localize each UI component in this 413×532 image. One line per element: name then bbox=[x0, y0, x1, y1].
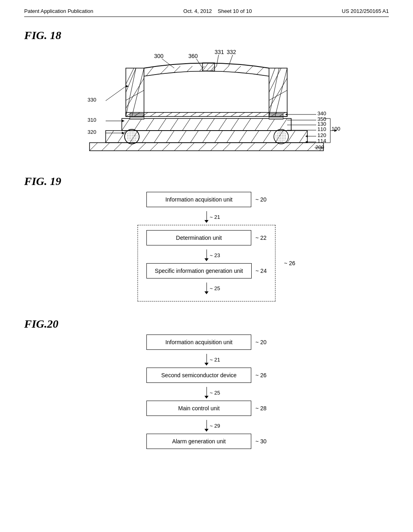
svg-line-1 bbox=[162, 59, 174, 68]
fig20-ref-30: ~ 30 bbox=[255, 438, 267, 445]
fig20-block-30: Alarm generation unit bbox=[146, 434, 251, 449]
fig19-arrow-21: ~ 21 bbox=[146, 209, 267, 225]
svg-line-43 bbox=[215, 131, 223, 143]
fig19-ref-24: ~ 24 bbox=[256, 268, 267, 274]
svg-line-41 bbox=[190, 131, 198, 143]
fig19-arrowlabel-23: ~ 23 bbox=[210, 252, 220, 258]
fig20-diagram: Information acquisition unit ~ 20 ~ 21 S… bbox=[24, 335, 389, 451]
svg-line-7 bbox=[229, 55, 233, 66]
fig20-block-28: Main control unit bbox=[146, 401, 251, 416]
fig20-block-26: Second semiconductor device bbox=[146, 368, 251, 383]
svg-line-18 bbox=[186, 143, 194, 151]
svg-rect-89 bbox=[126, 68, 144, 116]
svg-line-14 bbox=[138, 143, 146, 151]
svg-line-103 bbox=[269, 68, 281, 92]
svg-line-22 bbox=[235, 143, 243, 151]
svg-line-100 bbox=[275, 68, 287, 116]
svg-rect-97 bbox=[269, 68, 287, 116]
svg-line-65 bbox=[146, 118, 154, 131]
fig20-arrowlabel-25: ~ 25 bbox=[210, 390, 220, 396]
svg-line-133 bbox=[215, 112, 221, 116]
fig19-dashed-ref: ~ 26 bbox=[284, 260, 295, 266]
svg-rect-98 bbox=[269, 68, 287, 116]
svg-line-40 bbox=[178, 131, 186, 143]
header-center: Oct. 4, 2012 Sheet 10 of 10 bbox=[184, 8, 252, 14]
fig20-row-28: Main control unit ~ 28 bbox=[146, 401, 267, 416]
fig20-arrow-21: ~ 21 bbox=[146, 351, 267, 368]
fig19-title: FIG. 19 bbox=[24, 175, 389, 188]
svg-line-112 bbox=[231, 66, 241, 76]
page: Patent Application Publication Oct. 4, 2… bbox=[0, 0, 413, 532]
svg-text:114: 114 bbox=[317, 138, 326, 144]
svg-line-127 bbox=[166, 112, 172, 116]
fig19-arrowlabel-25: ~ 25 bbox=[210, 285, 220, 291]
svg-line-74 bbox=[255, 118, 263, 131]
svg-line-126 bbox=[158, 112, 164, 116]
svg-rect-120 bbox=[126, 112, 287, 116]
svg-line-95 bbox=[126, 68, 136, 92]
page-header: Patent Application Publication Oct. 4, 2… bbox=[24, 8, 389, 17]
svg-line-47 bbox=[263, 131, 271, 143]
svg-line-67 bbox=[170, 118, 178, 131]
svg-marker-144 bbox=[285, 113, 288, 116]
fig19-dashed-group: Determination unit ~ 22 ~ 23 Specific in… bbox=[138, 225, 275, 301]
svg-line-64 bbox=[134, 118, 142, 131]
fig18-svg: 300 360 331 332 bbox=[65, 46, 348, 159]
svg-line-107 bbox=[170, 66, 180, 76]
svg-point-55 bbox=[275, 131, 287, 142]
fig19-arrow-23: ~ 23 bbox=[146, 247, 267, 263]
fig20-arrowlabel-21: ~ 21 bbox=[210, 357, 220, 363]
fig20-row-30: Alarm generation unit ~ 30 bbox=[146, 434, 267, 449]
svg-line-16 bbox=[162, 143, 170, 151]
fig19-block-20: Information acquisition unit bbox=[146, 192, 251, 207]
svg-line-130 bbox=[190, 112, 196, 116]
fig18-title: FIG. 18 bbox=[24, 29, 389, 42]
fig20-row-20: Information acquisition unit ~ 20 bbox=[146, 335, 267, 350]
svg-line-17 bbox=[174, 143, 182, 151]
svg-text:330: 330 bbox=[88, 97, 96, 103]
svg-text:120: 120 bbox=[317, 132, 326, 138]
svg-line-23 bbox=[247, 143, 255, 151]
svg-line-37 bbox=[142, 131, 150, 143]
svg-line-28 bbox=[307, 143, 315, 151]
svg-line-113 bbox=[243, 66, 253, 76]
svg-point-52 bbox=[126, 131, 138, 142]
svg-line-45 bbox=[239, 131, 247, 143]
svg-line-71 bbox=[219, 118, 227, 131]
fig18-section: FIG. 18 300 360 331 332 bbox=[24, 29, 389, 159]
svg-text:340: 340 bbox=[317, 110, 326, 116]
fig20-ref-28: ~ 28 bbox=[255, 405, 267, 411]
svg-line-134 bbox=[223, 112, 229, 116]
fig19-row-22: Determination unit ~ 22 bbox=[146, 230, 267, 245]
fig20-arrowlabel-29: ~ 29 bbox=[210, 423, 220, 429]
svg-line-75 bbox=[267, 118, 275, 131]
svg-line-76 bbox=[279, 118, 287, 131]
svg-line-131 bbox=[198, 112, 204, 116]
svg-line-125 bbox=[150, 112, 156, 116]
svg-line-19 bbox=[198, 143, 206, 151]
svg-rect-121 bbox=[126, 112, 287, 116]
svg-text:360: 360 bbox=[188, 53, 198, 59]
svg-line-87 bbox=[106, 86, 126, 101]
fig20-block-20: Information acquisition unit bbox=[146, 335, 251, 350]
svg-line-20 bbox=[211, 143, 219, 151]
svg-line-137 bbox=[247, 112, 253, 116]
svg-line-94 bbox=[126, 90, 144, 100]
svg-rect-8 bbox=[90, 143, 323, 151]
svg-rect-9 bbox=[90, 143, 323, 151]
svg-line-34 bbox=[106, 131, 114, 143]
fig20-row-26: Second semiconductor device ~ 26 bbox=[146, 368, 267, 383]
svg-line-66 bbox=[158, 118, 166, 131]
svg-line-42 bbox=[202, 131, 211, 143]
svg-line-44 bbox=[227, 131, 235, 143]
fig19-block-22: Determination unit bbox=[146, 230, 251, 245]
svg-line-24 bbox=[259, 143, 267, 151]
fig19-arrowlabel-21: ~ 21 bbox=[210, 214, 220, 220]
fig20-ref-26: ~ 26 bbox=[255, 372, 267, 378]
svg-line-128 bbox=[174, 112, 180, 116]
svg-line-10 bbox=[90, 143, 98, 151]
svg-line-39 bbox=[166, 131, 174, 143]
svg-line-25 bbox=[271, 143, 279, 151]
svg-line-138 bbox=[255, 112, 261, 116]
svg-line-106 bbox=[158, 66, 168, 76]
